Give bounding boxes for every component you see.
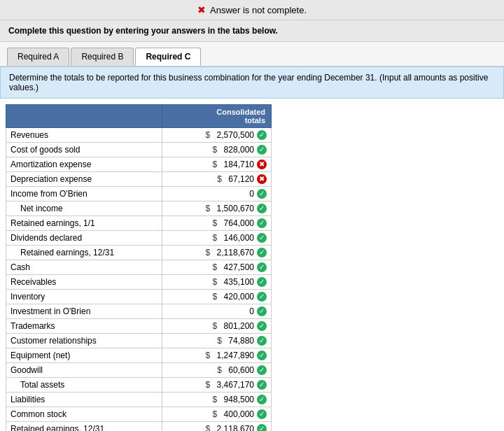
numeric-value: 1,500,670 — [217, 204, 254, 213]
check-green-icon: ✓ — [257, 321, 267, 331]
table-row: Net income$1,500,670✓ — [6, 202, 272, 216]
row-label: Depreciation expense — [6, 172, 162, 187]
table-row: Total assets$3,467,170✓ — [6, 378, 272, 393]
table-row: Liabilities$948,500✓ — [6, 393, 272, 407]
dollar-sign: $ — [213, 218, 221, 228]
row-label: Net income — [6, 202, 162, 216]
row-value: $2,570,500✓ — [162, 128, 271, 143]
dollar-sign: $ — [206, 351, 214, 360]
table-container: Consolidatedtotals Revenues$2,570,500✓Co… — [0, 99, 504, 431]
row-value: $184,710✖ — [162, 157, 271, 172]
table-row: Cash$427,500✓ — [6, 260, 272, 275]
row-label: Cost of goods sold — [6, 143, 162, 157]
dollar-sign: $ — [206, 380, 214, 390]
row-label: Total assets — [6, 378, 162, 393]
numeric-value: 184,710 — [224, 160, 254, 169]
tab-required-c[interactable]: Required C — [135, 48, 201, 66]
table-row: Equipment (net)$1,247,890✓ — [6, 348, 272, 363]
table-row: Trademarks$801,200✓ — [6, 319, 272, 334]
numeric-value: 60,600 — [228, 365, 254, 375]
numeric-value: 435,100 — [224, 277, 254, 287]
tab-required-a[interactable]: Required A — [7, 48, 69, 66]
row-label: Receivables — [6, 275, 162, 290]
numeric-value: 2,118,670 — [217, 248, 254, 257]
row-label: Dividends declared — [6, 231, 162, 246]
dollar-sign: $ — [213, 292, 221, 302]
check-green-icon: ✓ — [257, 277, 267, 287]
table-row: Retained earnings, 12/31$2,118,670✓ — [6, 422, 272, 432]
row-label: Liabilities — [6, 393, 162, 407]
table-row: Investment in O'Brien0✓ — [6, 304, 272, 319]
row-value: $400,000✓ — [162, 407, 271, 422]
dollar-sign: $ — [213, 233, 221, 243]
row-value: $3,467,170✓ — [162, 378, 271, 393]
column-header-label — [6, 105, 162, 128]
instruction-text: Complete this question by entering your … — [8, 26, 278, 36]
answer-status-banner: ✖ Answer is not complete. — [0, 0, 504, 20]
row-label: Amortization expense — [6, 157, 162, 172]
table-row: Income from O'Brien0✓ — [6, 187, 272, 202]
numeric-value: 828,000 — [224, 145, 254, 155]
check-green-icon: ✓ — [257, 424, 267, 431]
tab-required-b[interactable]: Required B — [71, 48, 134, 66]
table-row: Retained earnings, 12/31$2,118,670✓ — [6, 246, 272, 260]
check-green-icon: ✓ — [257, 336, 267, 346]
dollar-sign: $ — [206, 204, 214, 213]
check-green-icon: ✓ — [257, 218, 267, 228]
dollar-sign: $ — [213, 395, 221, 404]
numeric-value: 2,570,500 — [217, 130, 254, 140]
dollar-sign: $ — [217, 365, 225, 375]
numeric-value: 0 — [249, 306, 254, 316]
row-label: Trademarks — [6, 319, 162, 334]
table-row: Revenues$2,570,500✓ — [6, 128, 272, 143]
numeric-value: 427,500 — [224, 262, 254, 272]
table-row: Retained earnings, 1/1$764,000✓ — [6, 216, 272, 231]
table-row: Amortization expense$184,710✖ — [6, 157, 272, 172]
dollar-sign: $ — [206, 130, 214, 140]
row-value: $67,120✖ — [162, 172, 271, 187]
row-label: Revenues — [6, 128, 162, 143]
row-value: 0✓ — [162, 187, 271, 202]
table-row: Cost of goods sold$828,000✓ — [6, 143, 272, 157]
row-label: Goodwill — [6, 363, 162, 378]
dollar-sign: $ — [213, 262, 221, 272]
numeric-value: 400,000 — [224, 409, 254, 419]
row-value: $1,500,670✓ — [162, 202, 271, 216]
row-label: Inventory — [6, 290, 162, 304]
check-green-icon: ✓ — [257, 233, 267, 243]
table-row: Inventory$420,000✓ — [6, 290, 272, 304]
numeric-value: 0 — [249, 189, 254, 199]
dollar-sign: $ — [213, 321, 221, 331]
check-red-icon: ✖ — [257, 174, 267, 184]
table-row: Customer relationships$74,880✓ — [6, 334, 272, 348]
question-instruction: Determine the totals to be reported for … — [0, 66, 504, 99]
instruction-bar: Complete this question by entering your … — [0, 20, 504, 42]
numeric-value: 764,000 — [224, 218, 254, 228]
row-value: $60,600✓ — [162, 363, 271, 378]
row-label: Retained earnings, 1/1 — [6, 216, 162, 231]
row-label: Customer relationships — [6, 334, 162, 348]
table-row: Goodwill$60,600✓ — [6, 363, 272, 378]
row-value: $2,118,670✓ — [162, 422, 271, 432]
row-value: $146,000✓ — [162, 231, 271, 246]
row-label: Retained earnings, 12/31 — [6, 422, 162, 432]
numeric-value: 420,000 — [224, 292, 254, 302]
row-label: Cash — [6, 260, 162, 275]
row-label: Investment in O'Brien — [6, 304, 162, 319]
error-icon: ✖ — [197, 4, 206, 15]
numeric-value: 948,500 — [224, 395, 254, 404]
check-red-icon: ✖ — [257, 160, 267, 169]
check-green-icon: ✓ — [257, 409, 267, 419]
row-value: $427,500✓ — [162, 260, 271, 275]
consolidated-totals-table: Consolidatedtotals Revenues$2,570,500✓Co… — [6, 104, 272, 431]
check-green-icon: ✓ — [257, 189, 267, 199]
numeric-value: 2,118,670 — [217, 424, 254, 431]
dollar-sign: $ — [213, 145, 221, 155]
question-text: Determine the totals to be reported for … — [9, 73, 488, 92]
tabs-container: Required A Required B Required C — [0, 42, 504, 66]
numeric-value: 67,120 — [228, 174, 254, 184]
check-green-icon: ✓ — [257, 145, 267, 155]
row-value: $74,880✓ — [162, 334, 271, 348]
table-row: Depreciation expense$67,120✖ — [6, 172, 272, 187]
check-green-icon: ✓ — [257, 292, 267, 302]
